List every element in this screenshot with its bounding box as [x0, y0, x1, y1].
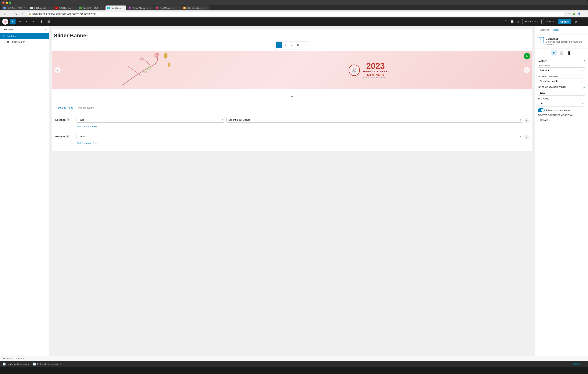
inner-width-input[interactable]	[538, 90, 585, 96]
list-item-image-slider[interactable]: ▣ Image Slider	[0, 39, 49, 44]
download-item-1[interactable]: 📄 Pink Modern Ha....jpeg ∧	[33, 363, 61, 365]
block-toolbar-more-button[interactable]: ⋮	[302, 42, 308, 48]
location-page-select[interactable]: Page	[76, 117, 225, 123]
settings-button[interactable]: ⚙	[573, 19, 578, 24]
tab-close-7[interactable]: ×	[204, 7, 207, 9]
exclude-help-icon[interactable]: ?	[66, 135, 69, 138]
rules-content: Location ? Page	[52, 111, 532, 151]
slider-refresh-button[interactable]: ↻	[524, 53, 530, 59]
add-block-icon: +	[291, 95, 293, 99]
info-button[interactable]: ℹ	[39, 19, 44, 24]
home-button[interactable]: ⌂	[20, 11, 25, 16]
preview-button[interactable]: Preview	[543, 19, 556, 24]
tab-internal-notes[interactable]: Internal Notes	[76, 104, 96, 111]
block-toolbar-align-center-button[interactable]: ≡	[289, 42, 295, 48]
inner-container-setting: INNER CONTAINER Contained width Full wid…	[538, 75, 585, 84]
profile-icon[interactable]: 👤	[577, 12, 581, 16]
exclude-choose-select[interactable]: Choose...	[76, 134, 523, 139]
container-more-icon[interactable]: ⋮	[43, 34, 46, 38]
mobile-preview-button[interactable]: 📱	[503, 19, 509, 24]
location-value-select[interactable]: Essential Oil Blends	[226, 117, 523, 123]
mobile-view-tab[interactable]: 📱	[566, 50, 572, 55]
browser-tab-5[interactable]: P Purple Modern... ×	[127, 5, 153, 11]
tab-close-3[interactable]: ×	[101, 7, 103, 9]
location-remove-button[interactable]: ×	[524, 118, 529, 123]
download-bar-close-button[interactable]: ×	[584, 362, 585, 366]
list-view-toggle-button[interactable]: ☰	[46, 19, 52, 24]
list-view-close-button[interactable]: ×	[45, 28, 46, 31]
menu-icon[interactable]: ⋮	[582, 12, 586, 16]
add-exclusion-rule-button[interactable]: Add Exclusion Rule	[76, 141, 98, 145]
browser-tab-1[interactable]: ✏ Edit Element ‹ ×	[28, 5, 53, 11]
tag-name-select[interactable]: div section article main aside header fo…	[538, 101, 585, 107]
inner-container-setting-label: INNER CONTAINER	[538, 75, 585, 77]
right-panel-close-button[interactable]: ×	[584, 28, 585, 32]
list-item-container[interactable]: ⬚ Container ⋮	[0, 33, 49, 39]
svg-point-4	[139, 57, 142, 59]
close-window-button[interactable]	[2, 1, 5, 4]
slider-next-button[interactable]: ›	[524, 67, 530, 73]
tab-favicon-2: ▶	[55, 7, 58, 9]
options-button[interactable]: ⋮	[580, 19, 586, 24]
show-all-button[interactable]: Show all	[572, 363, 580, 365]
download-chevron-0[interactable]: ∧	[28, 363, 30, 365]
edit-mode-button[interactable]: ✏	[17, 19, 23, 24]
browser-tab-0[interactable]: A 会員管理 – Alive ×	[1, 5, 28, 11]
tab-close-4[interactable]: ×	[122, 7, 125, 9]
block-toolbar-container-button[interactable]: ⬚	[276, 42, 282, 48]
undo-button[interactable]: ↩	[24, 19, 30, 24]
breadcrumb-element[interactable]: Element	[3, 357, 11, 360]
desktop-view-tab[interactable]: 🖥	[551, 50, 557, 55]
back-button[interactable]: ‹	[2, 11, 6, 16]
tablet-preview-button[interactable]: ⬜	[509, 19, 515, 24]
tab-close-1[interactable]: ×	[48, 7, 51, 9]
location-help-icon[interactable]: ?	[67, 118, 70, 121]
slider-prev-button[interactable]: ‹	[54, 67, 61, 73]
update-button[interactable]: Update	[558, 19, 571, 24]
remove-container-select[interactable]: Choose... Always Never	[538, 117, 585, 123]
tab-close-6[interactable]: ×	[176, 7, 179, 9]
desktop-preview-button[interactable]: 🖥	[515, 19, 521, 24]
browser-tab-2[interactable]: ▶ (14) How to... ×	[53, 5, 77, 11]
browser-tab-6[interactable]: P Pink Modern H... ×	[154, 5, 181, 11]
forward-button[interactable]: ›	[8, 11, 12, 16]
minimize-window-button[interactable]	[6, 1, 8, 4]
bookmark-icon[interactable]: ☆	[567, 12, 571, 16]
right-tab-element[interactable]: Element	[538, 28, 551, 32]
tab-close-2[interactable]: ×	[73, 7, 75, 9]
container-select[interactable]: Full width Contained width Boxed	[538, 67, 585, 73]
tab-display-rules[interactable]: Display Rules	[55, 104, 76, 111]
reload-button[interactable]: ↻	[14, 11, 19, 16]
inner-container-select[interactable]: Contained width Full width	[538, 78, 585, 84]
browser-tab-7[interactable]: C CSS @media R... ×	[181, 5, 209, 11]
cny-content: 🐰 2023 HAPPY CHINESE NEW YEAR YEAR OF TH…	[348, 62, 388, 79]
extensions-icon[interactable]: 🧩	[572, 12, 576, 16]
layout-section-header[interactable]: Layout ∧	[538, 60, 585, 63]
inner-width-unit: px	[583, 86, 585, 89]
tablet-view-tab[interactable]: ⬜	[559, 50, 565, 55]
block-toolbar-align-left-button[interactable]: ≡	[283, 42, 289, 48]
switch-to-draft-button[interactable]: Switch to draft	[522, 19, 542, 24]
svg-rect-8	[168, 63, 170, 67]
download-item-0[interactable]: 📄 Purple Modern....jpeg ∧	[3, 363, 30, 365]
tab-close-5[interactable]: ×	[149, 7, 152, 9]
add-location-rule-button[interactable]: Add Location Rule	[76, 124, 97, 129]
browser-tab-3[interactable]: 🌿 複方精油 – Joy/... ×	[77, 5, 105, 11]
breadcrumb-container[interactable]: Container	[14, 357, 24, 360]
tab-favicon-0: A	[3, 7, 6, 9]
right-tab-block[interactable]: Block	[551, 28, 561, 32]
add-block-toolbar-button[interactable]: +	[10, 19, 16, 24]
exclude-remove-button[interactable]: ×	[524, 135, 529, 139]
remove-container-label: REMOVE CONTAINER CONDITION	[538, 114, 585, 116]
download-chevron-1[interactable]: ∧	[60, 363, 61, 365]
address-bar[interactable]: 🔒 https://jfaroma.com/wp-admin/post.php?…	[26, 12, 566, 16]
new-tab-button[interactable]: +	[209, 5, 214, 11]
redo-button[interactable]: ↪	[32, 19, 37, 24]
add-block-button[interactable]: +	[54, 92, 530, 101]
browser-tab-4[interactable]: T Templates ×	[105, 5, 126, 11]
block-toolbar-db-button[interactable]: 🗄	[295, 42, 301, 48]
inline-post-meta-toggle[interactable]	[538, 108, 545, 112]
maximize-window-button[interactable]	[9, 1, 11, 4]
tab-close-0[interactable]: ×	[23, 7, 26, 9]
slider-banner: 🐰 2023 HAPPY CHINESE NEW YEAR YEAR OF TH…	[52, 51, 532, 89]
